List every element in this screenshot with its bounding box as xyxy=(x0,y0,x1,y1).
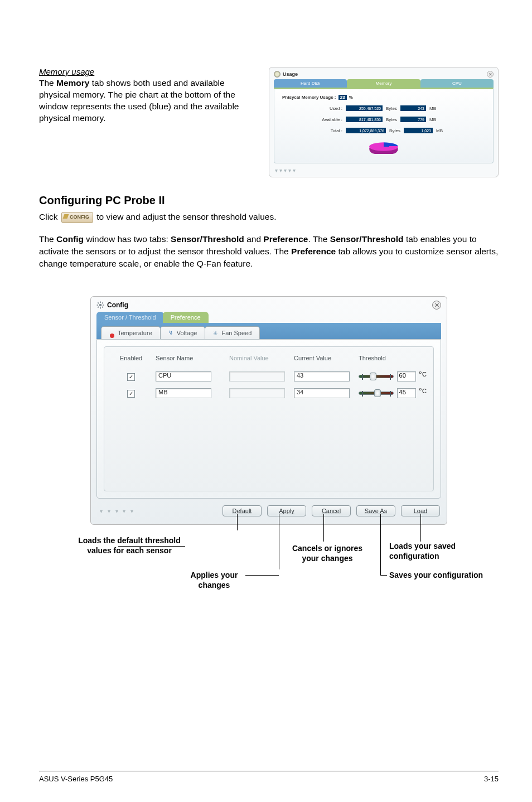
threshold-slider-cpu[interactable] xyxy=(359,375,394,378)
configuring-heading: Configuring PC Probe II xyxy=(39,194,499,207)
default-button[interactable]: Default xyxy=(223,505,262,516)
gear-icon xyxy=(96,301,104,309)
table-row: ✓ CPU 43 60 C xyxy=(110,368,428,385)
apply-button[interactable]: Apply xyxy=(267,505,306,516)
callout-apply: Applies your changes xyxy=(183,571,245,590)
resize-grip[interactable]: ▾▾▾▾▾ xyxy=(269,166,498,177)
callout-cancel: Cancels or ignores your changes xyxy=(291,544,364,563)
usage-icon xyxy=(274,71,280,78)
sensor-name-cpu[interactable]: CPU xyxy=(156,371,211,381)
nominal-cpu xyxy=(229,371,285,381)
saveas-button[interactable]: Save As xyxy=(356,505,395,516)
fan-icon: ✳ xyxy=(213,330,219,336)
click-line: Click CONFIG to view and adjust the sens… xyxy=(39,210,499,223)
footer-right: 3-15 xyxy=(484,775,499,783)
threshold-value-cpu[interactable]: 60 xyxy=(397,371,416,381)
svg-line-5 xyxy=(98,303,99,304)
resize-grip[interactable]: ▾ ▾ ▾ ▾ ▾ xyxy=(98,508,135,514)
tab-hard-disk[interactable]: Hard Disk xyxy=(274,79,347,88)
svg-point-0 xyxy=(99,304,102,307)
close-icon[interactable]: ✕ xyxy=(487,71,494,78)
threshold-slider-mb[interactable] xyxy=(359,392,394,395)
row-available: Available : 817,401,856 Bytes 779 MB xyxy=(282,117,485,122)
tab-fan-speed[interactable]: ✳ Fan Speed xyxy=(205,326,260,339)
callout-default: Loads the default threshold values for e… xyxy=(74,536,185,555)
pmu-label: Phisycal Memory Usage : 23 % xyxy=(282,95,485,100)
usage-window: Usage ✕ Hard Disk Memory CPU Phisycal Me… xyxy=(269,67,499,177)
table-header: Enabled Sensor Name Nominal Value Curren… xyxy=(110,352,428,368)
memory-body: The Memory tab shows both used and avail… xyxy=(39,78,245,124)
svg-line-6 xyxy=(102,307,103,308)
bolt-icon: ↯ xyxy=(168,330,174,336)
row-used: Used : 255,467,520 Bytes 243 MB xyxy=(282,105,485,111)
tab-sensor-threshold[interactable]: Sensor / Threshold xyxy=(96,312,164,323)
config-title: Config xyxy=(107,301,128,309)
memory-pie-chart xyxy=(369,139,398,158)
cancel-button[interactable]: Cancel xyxy=(312,505,351,516)
svg-line-8 xyxy=(102,303,103,304)
callout-load: Loads your saved configuration xyxy=(389,542,501,561)
nominal-mb xyxy=(229,388,285,398)
memory-heading: Memory usage xyxy=(39,67,245,76)
row-total: Total : 1,072,869,376 Bytes 1,023 MB xyxy=(282,128,485,133)
usage-title: Usage xyxy=(283,71,298,77)
close-icon[interactable]: ✕ xyxy=(432,301,441,310)
tab-temperature[interactable]: Temperature xyxy=(101,326,161,339)
tab-preference[interactable]: Preference xyxy=(163,312,209,323)
enable-checkbox-cpu[interactable]: ✓ xyxy=(127,373,135,381)
tab-voltage[interactable]: ↯ Voltage xyxy=(160,326,206,339)
tab-cpu[interactable]: CPU xyxy=(420,79,494,88)
enable-checkbox-mb[interactable]: ✓ xyxy=(127,390,135,398)
threshold-value-mb[interactable]: 45 xyxy=(397,388,416,398)
current-cpu: 43 xyxy=(294,371,350,381)
config-window: Config ✕ Sensor / Threshold Preference T… xyxy=(90,296,447,525)
config-paragraph: The Config window has two tabs: Sensor/T… xyxy=(39,233,499,269)
callout-saveas: Saves your configuration xyxy=(389,571,490,581)
page-footer: ASUS V-Series P5G45 3-15 xyxy=(39,771,499,783)
current-mb: 34 xyxy=(294,388,350,398)
unit-c: C xyxy=(419,388,427,394)
svg-line-7 xyxy=(98,307,99,308)
footer-left: ASUS V-Series P5G45 xyxy=(39,775,113,783)
unit-c: C xyxy=(419,371,427,378)
sensor-name-mb[interactable]: MB xyxy=(156,388,211,398)
tab-memory[interactable]: Memory xyxy=(347,79,420,88)
thermometer-icon xyxy=(109,330,115,336)
config-button-chip: CONFIG xyxy=(61,212,93,223)
table-row: ✓ MB 34 45 C xyxy=(110,385,428,402)
